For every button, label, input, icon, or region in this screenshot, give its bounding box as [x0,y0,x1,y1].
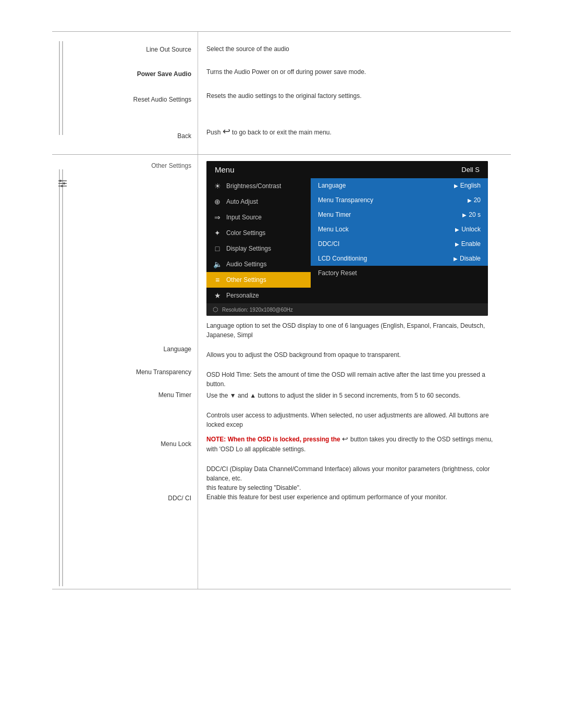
desc-menu-lock-note: NOTE: When the OSD is locked, pressing t… [206,434,503,454]
label-menu-lock: Menu Lock [83,435,191,453]
osd-right-menu-transparency[interactable]: Menu Transparency ▶ 20 [311,193,488,207]
osd-right-language-label: Language [318,182,346,189]
color-settings-icon: ✦ [213,229,222,237]
input-source-icon: ⇒ [213,213,222,221]
desc-menu-timer-main: OSD Hold Time: Sets the amount of time t… [206,370,503,389]
osd-right-factory-reset[interactable]: Factory Reset [311,266,488,280]
push-label: Push [206,129,221,136]
back-arrow-icon: ↩ [223,126,230,137]
lcd-arrow: ▶ [454,256,458,262]
desc-power-save-audio: Turns the Audio Power on or off during p… [206,62,503,82]
osd-menu-brand: Dell S [461,166,480,174]
osd-item-other-settings[interactable]: ≡ Other Settings [206,272,311,288]
other-settings-section: Other Settings Language Menu Transparenc… [52,155,511,589]
osd-right-menu-timer[interactable]: Menu Timer ▶ 20 s [311,207,488,222]
back-arrow-inline: ↩ [342,435,350,443]
osd-item-input-source[interactable]: ⇒ Input Source [206,209,311,225]
osd-right-menu-lock[interactable]: Menu Lock ▶ Unlock [311,222,488,237]
osd-item-audio-settings-label: Audio Settings [226,261,266,268]
desc-line-out-source: Select the source of the audio [206,39,503,59]
osd-right-lcd-conditioning[interactable]: LCD Conditioning ▶ Disable [311,251,488,266]
osd-right-lcd-value: ▶ Disable [454,255,481,262]
other-icon-col [52,155,83,589]
label-reset-audio-settings: Reset Audio Settings [83,89,191,110]
osd-item-brightness[interactable]: ☀ Brightness/Contrast [206,178,311,194]
osd-right-lcd-label: LCD Conditioning [318,255,367,262]
osd-right-lock-value: ▶ Unlock [455,226,481,233]
desc-reset-audio-settings: Resets the audio settings to the origina… [206,86,503,106]
osd-right-language-value: ▶ English [454,182,481,189]
desc-menu-timer-sub: Use the ▼ and ▲ buttons to adjust the sl… [206,391,503,400]
auto-adjust-icon: ⊕ [213,198,222,206]
osd-item-personalize[interactable]: ★ Personalize [206,288,311,303]
other-settings-menu-icon: ≡ [213,276,222,284]
desc-menu-transparency: Allows you to adjust the OSD background … [206,345,503,365]
svg-point-7 [59,180,62,182]
desc-back: Push ↩ to go back to or exit the main me… [206,119,503,144]
osd-item-color-settings[interactable]: ✦ Color Settings [206,225,311,241]
page-wrapper: Line Out Source Power Save Audio Reset A… [0,0,563,621]
osd-menu: Menu Dell S ☀ Brightness/Contrast ⊕ Auto… [206,161,488,316]
other-label-col: Other Settings Language Menu Transparenc… [83,155,198,589]
other-right-col: Menu Dell S ☀ Brightness/Contrast ⊕ Auto… [198,155,511,589]
audio-section: Line Out Source Power Save Audio Reset A… [52,31,511,155]
label-power-save-audio: Power Save Audio [83,64,191,85]
ddc-arrow: ▶ [455,241,459,247]
label-menu-transparency: Menu Transparency [83,363,191,381]
osd-right-ddc-value: ▶ Enable [455,240,481,248]
osd-right-ddc-ci[interactable]: DDC/CI ▶ Enable [311,237,488,251]
osd-right-transparency-label: Menu Transparency [318,196,373,204]
osd-item-brightness-label: Brightness/Contrast [226,182,281,190]
osd-right-transparency-value: ▶ 20 [468,196,481,204]
osd-header: Menu Dell S [206,161,488,178]
other-settings-icon [57,169,68,589]
desc-language: Language option to set the OSD display t… [206,316,503,345]
osd-right-factory-reset-label: Factory Reset [318,269,357,277]
osd-footer: ⬡ Resolution: 1920x1080@60Hz [206,303,488,316]
osd-right-panel: Language ▶ English Menu Transparency ▶ 2… [311,178,488,303]
audio-settings-icon: 🔈 [213,260,222,268]
osd-right-lock-label: Menu Lock [318,226,349,233]
osd-right-ddc-label: DDC/CI [318,240,339,248]
osd-item-audio-settings[interactable]: 🔈 Audio Settings [206,256,311,272]
label-back: Back [83,126,191,147]
svg-point-8 [63,182,65,184]
desc-ddc-main: DDC/CI (Display Data Channel/Command Int… [206,464,503,483]
osd-item-personalize-label: Personalize [226,292,259,299]
osd-left-menu: ☀ Brightness/Contrast ⊕ Auto Adjust ⇒ In… [206,178,311,303]
osd-item-auto-adjust[interactable]: ⊕ Auto Adjust [206,194,311,209]
osd-item-display-settings-label: Display Settings [226,245,271,252]
desc-ddc-line3: Enable this feature for best user experi… [206,492,503,502]
osd-item-input-source-label: Input Source [226,214,262,221]
osd-right-language[interactable]: Language ▶ English [311,178,488,193]
timer-arrow: ▶ [462,212,467,218]
audio-icon-col [52,32,83,154]
desc-menu-timer: OSD Hold Time: Sets the amount of time t… [206,365,503,405]
lock-arrow: ▶ [455,227,459,232]
brightness-icon: ☀ [213,182,222,190]
other-settings-title: Other Settings [83,162,191,174]
osd-item-auto-adjust-label: Auto Adjust [226,198,258,205]
osd-item-other-settings-label: Other Settings [226,276,266,283]
label-line-out-source: Line Out Source [83,39,191,60]
personalize-icon: ★ [213,291,222,300]
other-descriptions: Language option to set the OSD display t… [198,316,511,507]
desc-ddc-line2: this feature by selecting "Disable". [206,483,503,492]
svg-point-9 [61,185,63,187]
osd-item-display-settings[interactable]: □ Display Settings [206,241,311,256]
osd-right-timer-value: ▶ 20 s [462,211,481,218]
transparency-arrow: ▶ [468,198,472,203]
desc-menu-lock-main: Controls user access to adjustments. Whe… [206,411,503,429]
osd-resolution-text: Resolution: 1920x1080@60Hz [222,307,293,313]
label-menu-timer: Menu Timer [83,386,191,404]
label-language: Language [83,340,191,358]
osd-body: ☀ Brightness/Contrast ⊕ Auto Adjust ⇒ In… [206,178,488,303]
osd-item-color-settings-label: Color Settings [226,229,265,237]
audio-label-col: Line Out Source Power Save Audio Reset A… [83,32,198,154]
desc-ddc-ci: DDC/CI (Display Data Channel/Command Int… [206,459,503,507]
resolution-icon: ⬡ [213,306,218,313]
audio-desc-col: Select the source of the audio Turns the… [198,32,511,154]
label-ddc-ci: DDC/ CI [83,489,191,507]
osd-menu-title: Menu [215,165,235,174]
language-arrow: ▶ [454,183,458,189]
